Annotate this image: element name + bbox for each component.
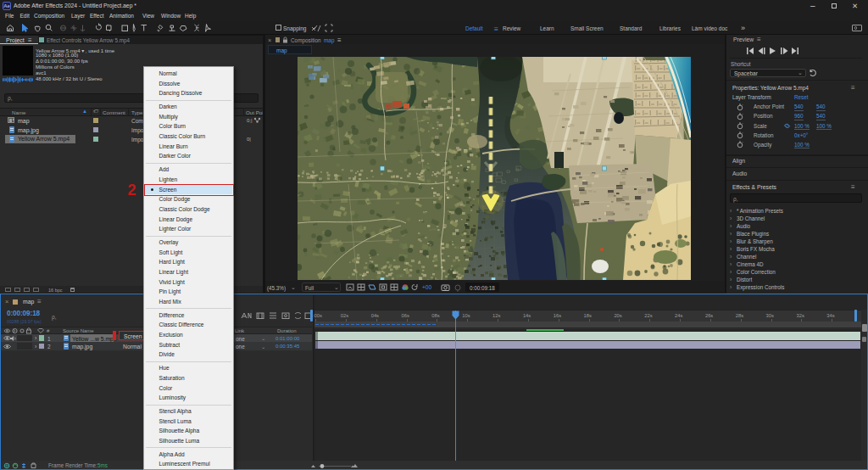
- svg-text:+00: +00: [422, 284, 431, 290]
